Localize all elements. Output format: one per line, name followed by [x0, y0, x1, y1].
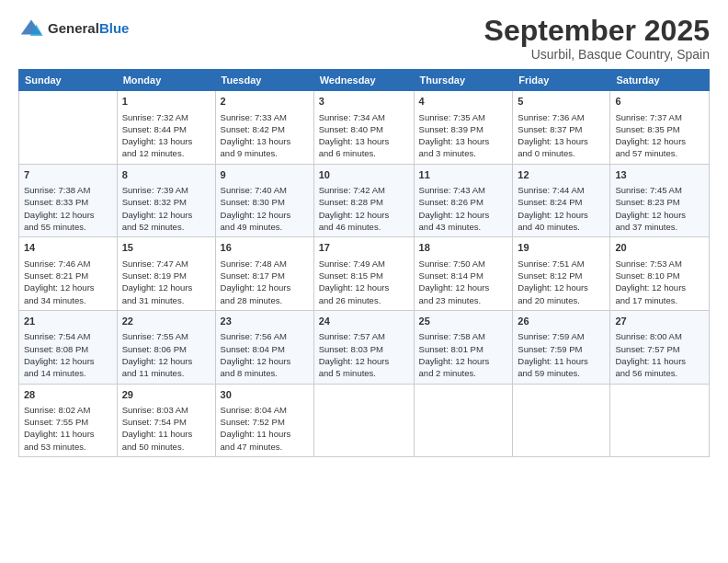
calendar-cell: 17Sunrise: 7:49 AMSunset: 8:15 PMDayligh…	[313, 237, 414, 311]
cell-text-line: Sunset: 8:12 PM	[518, 270, 582, 281]
cell-text-line: Sunrise: 7:33 AM	[221, 112, 287, 122]
calendar-cell: 15Sunrise: 7:47 AMSunset: 8:19 PMDayligh…	[117, 237, 215, 311]
cell-text-line: Sunset: 8:08 PM	[24, 344, 88, 354]
cell-text-line: Sunrise: 8:04 AM	[221, 405, 287, 415]
calendar-cell: 11Sunrise: 7:43 AMSunset: 8:26 PMDayligh…	[414, 164, 513, 237]
cell-text-line: and 46 minutes.	[319, 222, 381, 232]
day-number: 20	[615, 241, 704, 255]
day-number: 24	[319, 315, 409, 328]
cell-text-line: Sunrise: 7:54 AM	[24, 331, 90, 341]
cell-text-line: Sunrise: 7:35 AM	[419, 112, 485, 122]
cell-text-line: and 47 minutes.	[221, 442, 283, 452]
calendar-cell	[610, 384, 710, 457]
calendar-cell: 27Sunrise: 8:00 AMSunset: 7:57 PMDayligh…	[610, 310, 710, 384]
cell-text-line: Sunrise: 7:55 AM	[122, 331, 188, 341]
calendar-cell: 25Sunrise: 7:58 AMSunset: 8:01 PMDayligh…	[414, 310, 513, 384]
cell-text-line: and 34 minutes.	[24, 295, 86, 305]
cell-text-line: Sunrise: 7:38 AM	[24, 185, 90, 195]
header-cell-friday: Friday	[513, 70, 610, 91]
day-number: 14	[24, 241, 112, 255]
day-number: 5	[518, 95, 605, 109]
cell-text-line: and 12 minutes.	[122, 148, 185, 158]
header-cell-thursday: Thursday	[414, 70, 513, 91]
cell-text-line: and 11 minutes.	[122, 368, 185, 378]
header-cell-sunday: Sunday	[19, 70, 118, 91]
day-number: 8	[122, 168, 210, 182]
day-number: 9	[221, 168, 309, 182]
cell-text-line: and 6 minutes.	[319, 148, 376, 158]
header-cell-wednesday: Wednesday	[313, 70, 414, 91]
cell-text-line: Sunrise: 8:02 AM	[24, 405, 90, 415]
cell-text-line: Daylight: 12 hours	[221, 356, 291, 366]
logo-area: GeneralBlue	[18, 15, 129, 42]
cell-text-line: Daylight: 12 hours	[221, 282, 291, 293]
cell-text-line: Daylight: 13 hours	[518, 136, 588, 146]
calendar-cell: 23Sunrise: 7:56 AMSunset: 8:04 PMDayligh…	[215, 310, 313, 384]
day-number: 25	[419, 315, 508, 328]
calendar-cell: 29Sunrise: 8:03 AMSunset: 7:54 PMDayligh…	[117, 384, 215, 457]
calendar-cell: 10Sunrise: 7:42 AMSunset: 8:28 PMDayligh…	[313, 164, 414, 237]
cell-text-line: Sunrise: 7:39 AM	[122, 185, 188, 195]
logo-general: General	[48, 20, 99, 36]
cell-text-line: Daylight: 12 hours	[615, 282, 686, 293]
cell-text-line: Sunset: 8:32 PM	[122, 197, 187, 207]
cell-text-line: and 20 minutes.	[518, 295, 580, 305]
cell-text-line: Sunset: 8:03 PM	[319, 344, 383, 354]
calendar-cell	[313, 384, 414, 457]
header-cell-tuesday: Tuesday	[215, 70, 313, 91]
cell-text-line: Sunrise: 7:47 AM	[122, 259, 188, 269]
cell-text-line: Daylight: 12 hours	[518, 282, 588, 293]
cell-text-line: Sunrise: 7:57 AM	[319, 331, 385, 341]
cell-text-line: Daylight: 12 hours	[24, 282, 95, 293]
header-cell-monday: Monday	[117, 70, 215, 91]
day-number: 7	[24, 168, 112, 182]
cell-text-line: Daylight: 12 hours	[419, 282, 490, 293]
day-number: 29	[122, 388, 210, 402]
cell-text-line: Sunrise: 7:48 AM	[221, 259, 287, 269]
header: GeneralBlue September 2025 Usurbil, Basq…	[18, 15, 710, 62]
cell-text-line: Sunrise: 7:34 AM	[319, 112, 385, 122]
cell-text-line: Daylight: 12 hours	[319, 210, 390, 220]
week-row-2: 7Sunrise: 7:38 AMSunset: 8:33 PMDaylight…	[19, 164, 710, 237]
cell-text-line: and 56 minutes.	[615, 368, 677, 378]
calendar-cell: 28Sunrise: 8:02 AMSunset: 7:55 PMDayligh…	[19, 384, 118, 457]
calendar-cell: 7Sunrise: 7:38 AMSunset: 8:33 PMDaylight…	[19, 164, 118, 237]
week-row-3: 14Sunrise: 7:46 AMSunset: 8:21 PMDayligh…	[19, 237, 710, 311]
cell-text-line: Sunrise: 7:49 AM	[319, 259, 385, 269]
day-number: 28	[24, 388, 112, 402]
cell-text-line: Sunset: 8:01 PM	[419, 344, 483, 354]
cell-text-line: Daylight: 11 hours	[24, 429, 95, 439]
cell-text-line: and 59 minutes.	[518, 368, 580, 378]
day-number: 30	[221, 388, 309, 402]
cell-text-line: Sunrise: 7:58 AM	[419, 331, 485, 341]
cell-text-line: Sunset: 8:35 PM	[615, 124, 679, 134]
cell-text-line: and 55 minutes.	[24, 222, 86, 232]
calendar-cell: 18Sunrise: 7:50 AMSunset: 8:14 PMDayligh…	[414, 237, 513, 311]
cell-text-line: Sunrise: 7:43 AM	[419, 185, 485, 195]
day-number: 16	[221, 241, 309, 255]
cell-text-line: Sunset: 7:59 PM	[518, 344, 582, 354]
cell-text-line: Sunrise: 7:45 AM	[615, 185, 681, 195]
logo-icon	[18, 17, 44, 42]
cell-text-line: Sunset: 8:42 PM	[221, 124, 285, 134]
cell-text-line: Daylight: 12 hours	[518, 210, 588, 220]
cell-text-line: Daylight: 12 hours	[615, 136, 686, 146]
day-number: 1	[122, 95, 210, 109]
cell-text-line: Daylight: 12 hours	[419, 356, 490, 366]
calendar-cell: 1Sunrise: 7:32 AMSunset: 8:44 PMDaylight…	[117, 91, 215, 165]
calendar-cell: 3Sunrise: 7:34 AMSunset: 8:40 PMDaylight…	[313, 91, 414, 165]
cell-text-line: Sunrise: 7:51 AM	[518, 259, 584, 269]
cell-text-line: Daylight: 12 hours	[24, 356, 95, 366]
cell-text-line: and 28 minutes.	[221, 295, 283, 305]
cell-text-line: Sunrise: 7:56 AM	[221, 331, 287, 341]
cell-text-line: Daylight: 12 hours	[319, 356, 390, 366]
cell-text-line: and 50 minutes.	[122, 442, 185, 452]
cell-text-line: Sunset: 7:52 PM	[221, 417, 285, 427]
week-row-5: 28Sunrise: 8:02 AMSunset: 7:55 PMDayligh…	[19, 384, 710, 457]
header-cell-saturday: Saturday	[610, 70, 710, 91]
cell-text-line: Daylight: 12 hours	[122, 356, 193, 366]
calendar-cell: 2Sunrise: 7:33 AMSunset: 8:42 PMDaylight…	[215, 91, 313, 165]
cell-text-line: and 14 minutes.	[24, 368, 86, 378]
cell-text-line: and 3 minutes.	[419, 148, 476, 158]
calendar-cell: 12Sunrise: 7:44 AMSunset: 8:24 PMDayligh…	[513, 164, 610, 237]
